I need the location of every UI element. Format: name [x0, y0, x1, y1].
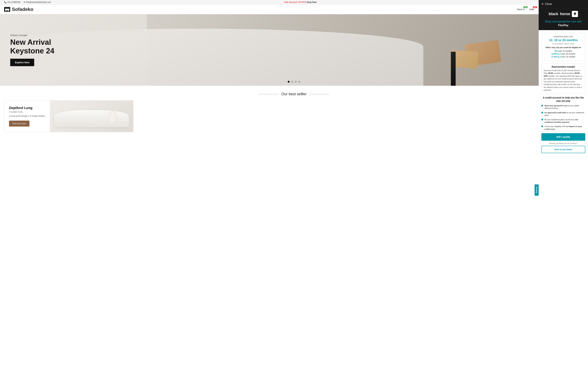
rate-0: 0% over 12 months	[544, 50, 583, 52]
title-line-left	[259, 94, 279, 94]
product-info: Deptford Long 4 Seater Sofa Luxury panel…	[4, 100, 50, 132]
benefit-2: An approved credit limit for all your in…	[541, 112, 585, 117]
brand-logo-box	[572, 11, 578, 17]
bullet-dot-4	[541, 126, 543, 127]
logo[interactable]: Sofadeko	[4, 7, 33, 12]
header: Sofadeko New in New Sale Sale Shop Servi…	[0, 5, 588, 14]
section-title-wrap: Our best selller	[4, 92, 584, 96]
hero-carousel-dots	[288, 81, 300, 83]
benefit-list: Shop and spread the cost at any retailer…	[541, 104, 585, 131]
nav-sale[interactable]: Sale Sale	[529, 8, 534, 11]
finance-side-panel: ✕ Close blackhorse Shop and spread the c…	[539, 0, 588, 132]
svg-rect-1	[5, 10, 6, 11]
product-type: 4 Seater Sofa	[9, 111, 45, 113]
top-bar-contacts: 📞 +01 23456789 ✉ info@merchantdomain.com	[4, 1, 51, 3]
phone: 📞 +01 23456789	[4, 1, 20, 3]
shop-now-link[interactable]: ! Shop Now	[305, 1, 317, 3]
carousel-dot-1[interactable]	[288, 81, 290, 83]
instalment-label: Instalment plans over	[544, 35, 583, 38]
product-card: Deptford Long 4 Seater Sofa Luxury panel…	[4, 100, 133, 132]
new-badge: New	[523, 6, 528, 8]
panel-close-bar[interactable]: ✕ Close	[539, 0, 588, 8]
hero-section: Chaise Lounges New Arrival Keystone 24 E…	[0, 14, 588, 86]
find-out-more-button[interactable]: Find out more	[9, 121, 29, 127]
instalment-months: 12, 18 or 24 months	[544, 38, 583, 42]
bullet-dot-2	[541, 112, 543, 114]
representative-example: Representative example Assumed credit li…	[541, 63, 585, 94]
rep-text: Assumed credit limit £1,200. Annual Inte…	[544, 69, 583, 92]
sale-banner: Sale discount off 30%! Shop Now	[284, 1, 317, 3]
carousel-dot-3[interactable]	[295, 81, 297, 83]
best-seller-section: Our best selller Deptford Long 4 Seater …	[0, 86, 588, 132]
svg-rect-2	[8, 10, 9, 11]
hero-title: New Arrival Keystone 24	[10, 38, 54, 55]
table-vase	[108, 111, 116, 123]
section-title: Our best selller	[281, 92, 307, 96]
credit-account-title: A credit account to help you flex the wa…	[541, 96, 585, 103]
logo-icon	[4, 7, 10, 12]
instalment-eligibility: Offers vary, but you could be eligible f…	[544, 46, 583, 48]
instalment-min: for purchases above £100	[544, 43, 583, 45]
email-icon: ✉	[24, 1, 26, 3]
carousel-dot-2[interactable]	[291, 81, 293, 83]
instalment-box: Instalment plans over 12, 18 or 24 month…	[541, 33, 585, 61]
vase	[451, 52, 456, 86]
brand-black: black	[549, 12, 558, 16]
product-desc: Luxury panel design in 6 unique shades	[9, 115, 45, 117]
panel-content: Instalment plans over 12, 18 or 24 month…	[539, 30, 588, 132]
email: ✉ info@merchantdomain.com	[24, 1, 51, 3]
brand-white-text: horse	[560, 12, 570, 16]
panel-brand: blackhorse	[539, 8, 588, 20]
hero-subtitle: Chaise Lounges	[10, 34, 54, 37]
rate-18: 14.9% p.a over 18 months	[544, 53, 583, 55]
hero-content: Chaise Lounges New Arrival Keystone 24 E…	[0, 34, 64, 66]
nav-new-in[interactable]: New in New	[517, 8, 525, 11]
benefit-4: Check your eligibility with no impact on…	[541, 125, 585, 131]
logo-text: Sofadeko	[12, 7, 33, 12]
title-line-right	[309, 94, 329, 94]
rep-title: Representative example	[544, 66, 583, 68]
benefit-1: Shop and spread the cost at any retailer…	[541, 104, 585, 110]
product-name: Deptford Long	[9, 106, 45, 110]
bullet-dot-3	[541, 119, 543, 120]
close-icon: ✕	[541, 2, 544, 6]
bullet-dot-1	[541, 105, 543, 107]
sale-badge: Sale	[533, 6, 537, 8]
carousel-dot-4[interactable]	[298, 81, 300, 83]
phone-icon: 📞	[4, 1, 7, 3]
top-bar: 📞 +01 23456789 ✉ info@merchantdomain.com…	[0, 0, 588, 5]
sofa-illustration	[54, 110, 129, 127]
benefit-3: All your instalment plans covered by one…	[541, 118, 585, 124]
explore-now-button[interactable]: Explore Now	[10, 59, 34, 66]
rate-24: 17.9% p.a over 24 months	[544, 56, 583, 58]
product-image	[50, 100, 133, 132]
panel-tagline: Shop and spread the cost with FlexPay	[539, 20, 588, 30]
